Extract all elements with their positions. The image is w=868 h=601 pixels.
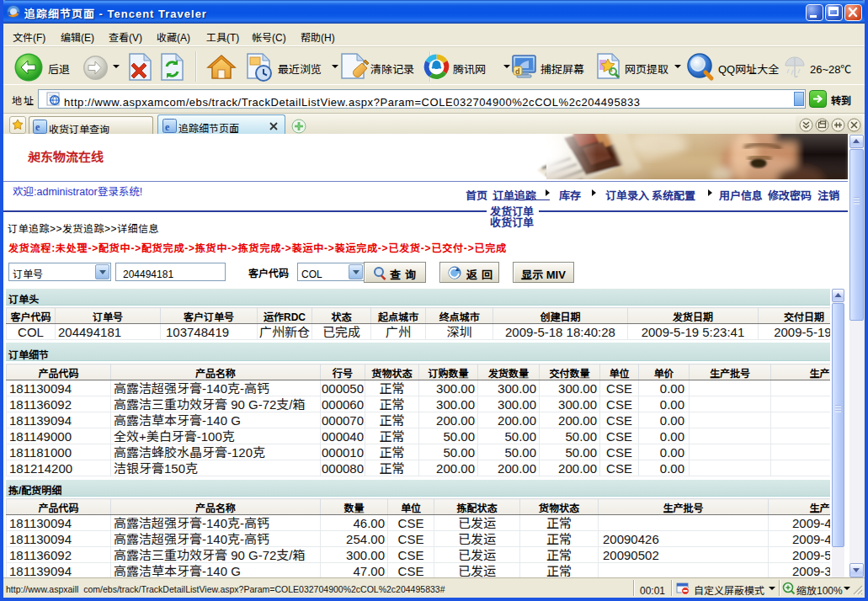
svg-text:d: d: [515, 66, 520, 77]
svg-text:e: e: [35, 121, 40, 133]
svg-text:e: e: [165, 121, 170, 133]
